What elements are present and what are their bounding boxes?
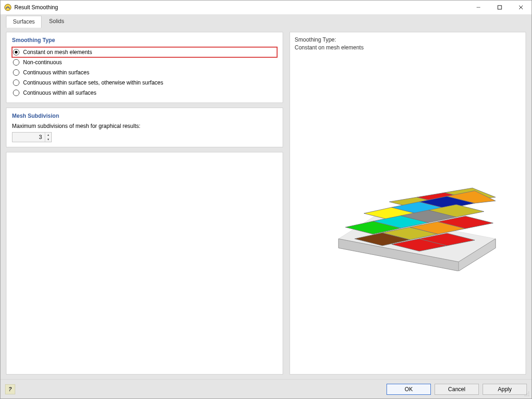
spinner-down-icon[interactable]: ▼ — [45, 137, 51, 142]
dialog-body: Smoothing Type Constant on mesh elements… — [0, 27, 532, 379]
svg-point-26 — [528, 393, 529, 394]
titlebar: Result Smoothing — [0, 0, 532, 14]
radio-continuous-within-all-surfaces[interactable]: Continuous within all surfaces — [12, 88, 277, 98]
minimize-button[interactable] — [468, 0, 489, 14]
panel-preview: Smoothing Type: Constant on mesh element… — [290, 32, 526, 375]
svg-point-25 — [528, 392, 529, 393]
tab-surfaces[interactable]: Surfaces — [6, 16, 42, 28]
radio-label: Non-continuous — [23, 59, 62, 66]
svg-rect-2 — [498, 6, 502, 9]
dialog-footer: ? OK Cancel Apply — [0, 379, 532, 399]
tab-bar: Surfaces Solids — [0, 14, 532, 27]
radio-icon — [13, 59, 19, 66]
window-title: Result Smoothing — [14, 4, 58, 11]
radio-label: Continuous within surface sets, otherwis… — [23, 79, 163, 86]
spinner-up-icon[interactable]: ▲ — [45, 133, 51, 137]
preview-value: Constant on mesh elements — [295, 44, 363, 51]
cancel-button[interactable]: Cancel — [435, 384, 479, 395]
ok-button[interactable]: OK — [387, 384, 431, 395]
app-icon — [4, 4, 12, 11]
panel-empty — [6, 152, 283, 375]
resize-grip-icon[interactable] — [524, 391, 530, 397]
radio-continuous-within-surfaces[interactable]: Continuous within surfaces — [12, 67, 277, 78]
radio-constant-on-mesh[interactable]: Constant on mesh elements — [12, 47, 277, 57]
svg-point-0 — [5, 4, 11, 11]
dialog-result-smoothing: Result Smoothing Surfaces Solids Smoothi… — [0, 0, 532, 399]
svg-point-29 — [526, 395, 527, 396]
spinner-value: 3 — [12, 133, 45, 142]
radio-label: Continuous within surfaces — [23, 69, 89, 76]
tab-solids[interactable]: Solids — [42, 16, 71, 27]
radio-icon — [13, 90, 19, 96]
panel-title-mesh: Mesh Subdivision — [12, 113, 277, 119]
radio-icon — [13, 69, 19, 76]
radio-label: Constant on mesh elements — [23, 49, 92, 55]
svg-point-30 — [525, 395, 526, 396]
help-button[interactable]: ? — [5, 384, 15, 394]
panel-mesh-subdivision: Mesh Subdivision Maximum subdivisions of… — [6, 108, 283, 147]
radio-icon — [13, 79, 19, 86]
svg-point-27 — [528, 395, 529, 396]
svg-point-28 — [526, 393, 527, 394]
radio-continuous-within-surface-sets[interactable]: Continuous within surface sets, otherwis… — [12, 78, 277, 88]
apply-button[interactable]: Apply — [483, 384, 527, 395]
close-button[interactable] — [510, 0, 532, 14]
preview-heading: Smoothing Type: — [295, 36, 336, 43]
radio-label: Continuous within all surfaces — [23, 90, 97, 96]
help-icon: ? — [8, 386, 12, 393]
maximize-button[interactable] — [489, 0, 510, 14]
mesh-subdivision-spinner[interactable]: 3 ▲ ▼ — [12, 132, 52, 142]
radio-non-continuous[interactable]: Non-continuous — [12, 57, 277, 67]
preview-image — [295, 52, 521, 370]
mesh-caption: Maximum subdivisions of mesh for graphic… — [12, 123, 277, 129]
panel-smoothing-type: Smoothing Type Constant on mesh elements… — [6, 32, 283, 103]
radio-icon — [13, 49, 19, 55]
panel-title-smoothing: Smoothing Type — [12, 37, 277, 43]
